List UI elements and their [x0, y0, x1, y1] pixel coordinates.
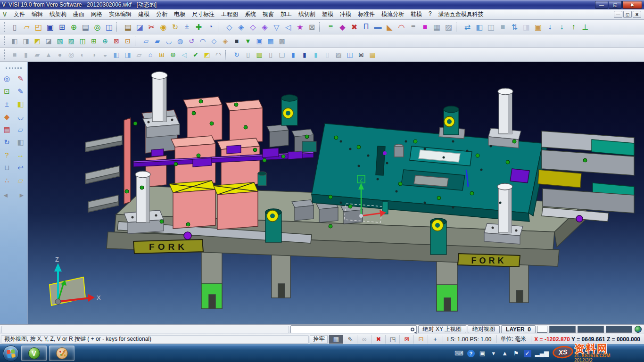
preview-icon[interactable]: ◎: [91, 21, 103, 33]
grid-select-icon[interactable]: ▦: [367, 49, 378, 60]
box-select-icon[interactable]: ◳: [385, 335, 399, 344]
sphere-cut-icon[interactable]: ◐: [77, 49, 88, 60]
iso-cube-icon[interactable]: ◧: [15, 136, 27, 148]
menu-item-surface[interactable]: 曲面: [70, 9, 88, 19]
solid-face-remove-icon[interactable]: ▨: [66, 35, 77, 47]
surface-offset-icon[interactable]: ◈: [235, 21, 247, 33]
menu-item-dimension[interactable]: 尺寸标注: [189, 9, 218, 19]
grid-snap-icon[interactable]: ▦: [329, 335, 343, 344]
hook-tool-icon[interactable]: ◠: [197, 35, 208, 47]
refresh-model-icon[interactable]: ↻: [1, 136, 13, 148]
fork-label-plate-1[interactable]: FORK: [133, 239, 203, 254]
close-button[interactable]: ✖: [622, 1, 642, 9]
print-icon[interactable]: ▤: [80, 21, 91, 33]
cylinder-green-lines-icon[interactable]: ▥: [254, 49, 265, 60]
hand-surface-icon[interactable]: ◈: [220, 35, 231, 47]
hide-entities-icon[interactable]: ✂: [146, 21, 157, 33]
solid-subtract-icon[interactable]: ◨: [20, 35, 32, 47]
drop-surface-icon[interactable]: ▼: [242, 35, 254, 47]
multi-surface-icon[interactable]: ▣: [254, 35, 265, 47]
curve-tool-icon[interactable]: ◡: [15, 111, 27, 123]
face-diamond-icon[interactable]: ◇: [208, 35, 220, 47]
mdi-minimize-button[interactable]: —: [614, 11, 622, 18]
layer-swatch-blank[interactable]: [537, 326, 547, 333]
open-part-icon[interactable]: ◰: [33, 21, 44, 33]
menu-item-standard-parts[interactable]: 标准件: [355, 9, 378, 19]
curve-edit-icon[interactable]: ✎: [15, 85, 27, 97]
block-solid-icon[interactable]: ■: [497, 21, 509, 33]
cube-yellow-top-icon[interactable]: ◩: [201, 49, 213, 60]
solid-split-icon[interactable]: ◫: [77, 35, 88, 47]
dimension-tool-icon[interactable]: ↔: [15, 149, 27, 161]
chain-link-icon[interactable]: ∞: [357, 335, 371, 344]
color-swatch-1[interactable]: [549, 326, 576, 333]
cube-arrows-icon[interactable]: ⊕: [167, 49, 179, 60]
surface-extend-icon[interactable]: ◈: [259, 21, 271, 33]
solid-replace-icon[interactable]: ⊡: [122, 35, 133, 47]
split-window-icon[interactable]: ◫: [103, 21, 115, 33]
frame-analysis-icon[interactable]: Π: [360, 21, 372, 33]
lock-button[interactable]: 拴牢: [310, 335, 328, 344]
cylinder-cross-icon[interactable]: ⊠: [355, 49, 367, 60]
toggle-visibility-icon[interactable]: ±: [181, 21, 193, 33]
reject-box-icon[interactable]: ⊠: [399, 335, 413, 344]
press-align-icon[interactable]: ⊥: [579, 21, 591, 33]
surface-create-icon[interactable]: ◇: [223, 21, 235, 33]
solid-feature-icon[interactable]: ⊞: [88, 35, 99, 47]
mesh-sphere-icon[interactable]: ◍: [174, 35, 186, 47]
view-return-icon[interactable]: ↩: [15, 162, 27, 173]
refresh-view-icon[interactable]: ↻: [169, 21, 181, 33]
view-mode-button[interactable]: 绝对 XY 上视图: [418, 325, 466, 333]
nav-forward-arrow[interactable]: ►: [16, 189, 28, 201]
unfold-curve-icon[interactable]: ↺: [186, 35, 197, 47]
block-roof-icon[interactable]: ⌂: [145, 49, 156, 60]
help-tray-icon[interactable]: ?: [467, 350, 475, 357]
mirror-solid-icon[interactable]: ◫: [485, 21, 497, 33]
cylinder-white-icon[interactable]: ▯: [322, 49, 333, 60]
copy-entities-icon[interactable]: ◨: [520, 21, 532, 33]
primitive-cylinder-icon[interactable]: ▮: [20, 49, 32, 60]
menu-item-mould[interactable]: 塑模: [319, 9, 337, 19]
cylinder-blue-icon[interactable]: ▮: [288, 49, 299, 60]
solid-union-icon[interactable]: ◧: [9, 35, 20, 47]
menu-item-file[interactable]: 文件: [10, 9, 28, 19]
align-solid-icon[interactable]: ◧: [473, 21, 485, 33]
color-swatch-3[interactable]: [606, 326, 632, 333]
cylinder-book-icon[interactable]: ◫: [344, 49, 355, 60]
stack-tool-icon[interactable]: ▤: [1, 123, 13, 135]
draft-analysis-icon[interactable]: ≡: [325, 21, 337, 33]
solid-push-icon[interactable]: ⊕: [99, 35, 111, 47]
glass-wedge-icon[interactable]: ◁: [179, 49, 190, 60]
show-hidden-icons-button[interactable]: ▲: [501, 350, 509, 357]
menu-item-analysis[interactable]: 分析: [153, 9, 171, 19]
taskbar-visi-button[interactable]: V: [21, 346, 47, 361]
color-swatch-2[interactable]: [578, 326, 604, 333]
minimize-button[interactable]: —: [595, 1, 608, 9]
fork-label-plate-2[interactable]: FORK: [458, 254, 520, 267]
model-right-extension[interactable]: [538, 131, 634, 222]
section-stack-icon[interactable]: ≡: [407, 21, 419, 33]
cylinder-cyan-icon[interactable]: ▮: [310, 49, 322, 60]
delete-mode-icon[interactable]: ✖: [371, 335, 385, 344]
zoom-window-icon[interactable]: ◎: [1, 73, 13, 84]
primitive-prism-icon[interactable]: ▰: [32, 49, 43, 60]
cylinder-plain-icon[interactable]: ▯: [265, 49, 276, 60]
search-input[interactable]: [290, 325, 417, 333]
dropdown-caret-icon[interactable]: ▾: [490, 350, 497, 357]
glass-check-icon[interactable]: ✔: [190, 49, 201, 60]
help-pick-icon[interactable]: ?: [1, 149, 13, 161]
zoom-dynamic-icon[interactable]: ±: [1, 98, 13, 110]
target-box-icon[interactable]: ⊡: [413, 335, 428, 344]
globe-icon[interactable]: [635, 326, 642, 333]
cylinder-dark-icon[interactable]: ▮: [299, 49, 310, 60]
windows-stack-tray-icon[interactable]: ▣: [479, 350, 486, 357]
cube-corner-icon[interactable]: ◧: [111, 49, 122, 60]
menu-item-flow-analysis[interactable]: 模流分析: [378, 9, 407, 19]
traffic-light-icon[interactable]: ◉: [157, 21, 169, 33]
mdi-restore-button[interactable]: ◱: [623, 11, 632, 18]
menu-item-wireframe[interactable]: 线架构: [46, 9, 70, 19]
sketch-edit-icon[interactable]: ✎: [15, 73, 27, 84]
solid-face-edit-icon[interactable]: ▧: [54, 35, 66, 47]
open-layer-icon[interactable]: ▱: [15, 174, 27, 186]
mdi-close-button[interactable]: ✖: [633, 11, 641, 18]
